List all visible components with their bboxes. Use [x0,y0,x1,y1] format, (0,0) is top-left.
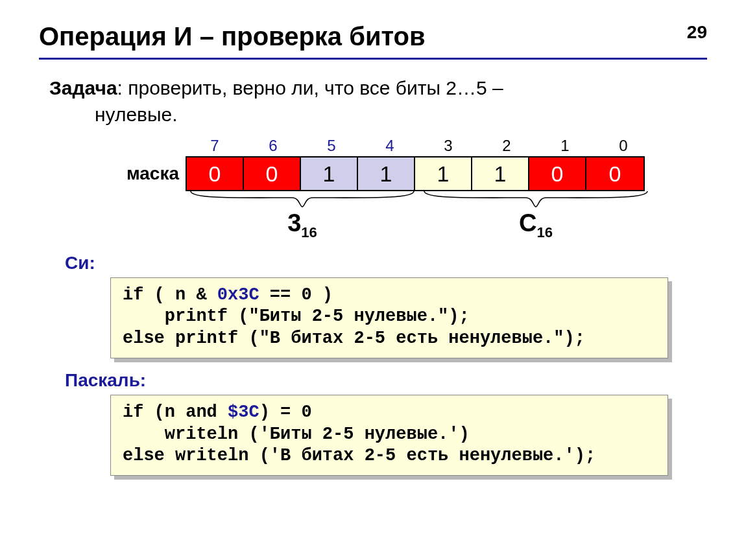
code-token: printf ("Биты 2-5 нулевые."); [123,307,470,326]
brace-row: 316 C16 [186,190,707,241]
hex-right: C16 [419,209,653,241]
bit-index: 2 [477,137,536,155]
mask-label: маска [97,163,186,184]
code-token: $3C [228,402,259,422]
bit-cell: 1 [472,158,529,190]
bit-cell: 0 [529,158,586,190]
code-token: ) = 0 [259,402,312,422]
hex-right-main: C [519,209,536,237]
bit-cell: 0 [187,158,244,190]
code-token: else printf ("В битах 2-5 есть ненулевые… [123,329,585,348]
mask-row: маска 00111100 [97,156,707,191]
task-line1: : проверить, верно ли, что все биты 2…5 … [117,77,503,99]
brace-left: 316 [186,190,419,241]
c-heading: Си: [65,253,707,274]
bit-index: 7 [186,137,244,155]
bit-index: 3 [419,137,477,155]
bit-index: 5 [302,137,361,155]
slide: 29 Операция И – проверка битов Задача: п… [0,0,746,560]
c-code-box: if ( n & 0x3C == 0 ) printf ("Биты 2-5 н… [110,277,668,358]
bit-cell: 1 [415,158,472,190]
task-line2: нулевые. [49,102,707,128]
bit-cell: 1 [301,158,358,190]
bit-cell: 0 [244,158,301,190]
brace-right: C16 [419,190,653,241]
bit-index: 4 [361,137,419,155]
task-label: Задача [49,77,117,99]
pascal-heading: Паскаль: [65,370,707,391]
curly-brace-icon [188,190,416,208]
title-rule [39,58,707,60]
code-token: else writeln ('В битах 2-5 есть ненулевы… [123,446,596,465]
bit-cell: 0 [586,158,644,190]
page-number: 29 [687,22,707,43]
bit-cell: 1 [358,158,415,190]
task-text: Задача: проверить, верно ли, что все бит… [49,75,707,128]
bit-index: 0 [594,137,653,155]
code-token: 0x3C [217,285,259,305]
bit-index: 6 [244,137,302,155]
hex-left-sub: 16 [301,224,317,240]
c-code: if ( n & 0x3C == 0 ) printf ("Биты 2-5 н… [110,277,668,358]
slide-title: Операция И – проверка битов [39,22,707,51]
pascal-code-box: if (n and $3C) = 0 writeln ('Биты 2-5 ну… [110,395,668,476]
pascal-code: if (n and $3C) = 0 writeln ('Биты 2-5 ну… [110,395,668,476]
hex-left-main: 3 [287,209,301,237]
code-token: == 0 ) [259,285,333,305]
hex-left: 316 [186,209,419,241]
hex-right-sub: 16 [536,224,552,240]
bit-index-row: 76543210 [186,137,707,155]
code-token: if ( n & [123,285,217,305]
bit-mask-figure: 76543210 маска 00111100 316 C16 [97,137,707,241]
curly-brace-icon [422,190,650,208]
bit-table: 00111100 [186,156,645,191]
code-token: writeln ('Биты 2-5 нулевые.') [123,425,470,444]
code-token: if (n and [123,402,228,422]
bit-index: 1 [536,137,594,155]
